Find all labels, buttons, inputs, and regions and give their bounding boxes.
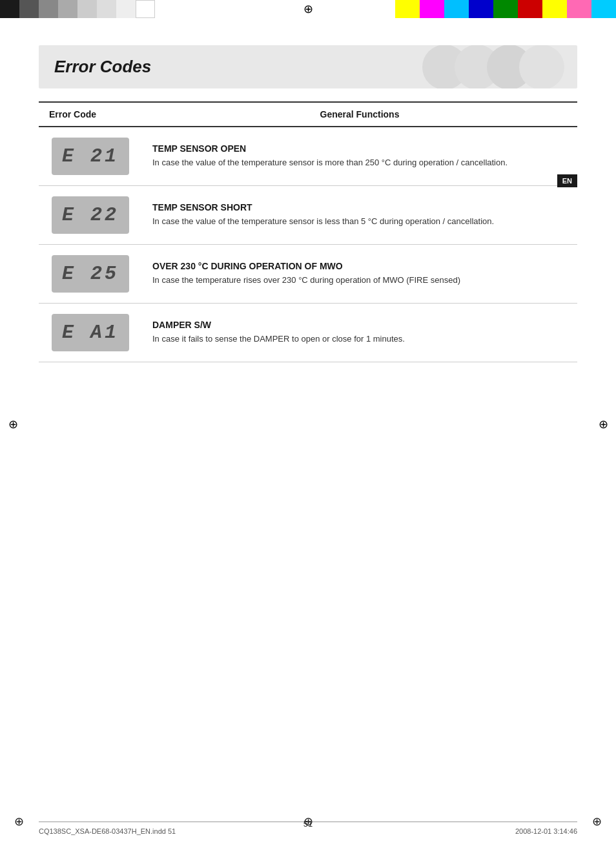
col-header-general-functions: General Functions [142, 102, 577, 127]
color-block-r7 [542, 0, 567, 18]
color-block-r1 [395, 0, 420, 18]
registration-mark-right: ⊕ [595, 417, 611, 432]
registration-mark-bottom-right: ⊕ [592, 814, 602, 829]
error-title-ea1: DAMPER S/W [152, 320, 567, 330]
error-codes-table: Error Code General Functions E 21 TEMP S… [39, 101, 577, 362]
error-title-e21: TEMP SENSOR OPEN [152, 143, 567, 154]
color-block-3 [39, 0, 58, 18]
footer-left: CQ138SC_XSA-DE68-03437H_EN.indd 51 [39, 827, 176, 835]
error-code-display-e25: E 25 [39, 245, 142, 304]
led-display-e25: E 25 [52, 255, 129, 293]
color-block-r2 [420, 0, 444, 18]
color-block-r3 [444, 0, 469, 18]
table-row: E 21 TEMP SENSOR OPEN In case the value … [39, 127, 577, 186]
color-block-4 [58, 0, 77, 18]
error-info-ea1: DAMPER S/W In case it fails to sense the… [142, 304, 577, 362]
page-title: Error Codes [54, 57, 562, 77]
error-desc-e22: In case the value of the temperature sen… [152, 215, 567, 228]
registration-mark-bottom: ⊕ [303, 814, 313, 829]
color-block-2 [19, 0, 39, 18]
color-block-5 [77, 0, 97, 18]
table-row: E 22 TEMP SENSOR SHORT In case the value… [39, 186, 577, 245]
color-block-7 [116, 0, 136, 18]
error-info-e25: OVER 230 °C DURING OPERATION OF MWO In c… [142, 245, 577, 304]
registration-mark-left: ⊕ [5, 417, 21, 432]
color-block-8 [136, 0, 155, 18]
error-code-display-e21: E 21 [39, 127, 142, 186]
color-block-r4 [469, 0, 493, 18]
table-row: E A1 DAMPER S/W In case it fails to sens… [39, 304, 577, 362]
led-display-e22: E 22 [52, 196, 129, 234]
error-title-e22: TEMP SENSOR SHORT [152, 202, 567, 212]
color-block-r9 [591, 0, 616, 18]
error-info-e22: TEMP SENSOR SHORT In case the value of t… [142, 186, 577, 245]
language-badge: EN [557, 174, 577, 187]
col-header-error-code: Error Code [39, 102, 142, 127]
error-desc-e25: In case the temperature rises over 230 °… [152, 274, 567, 287]
color-block-r6 [518, 0, 542, 18]
led-display-ea1: E A1 [52, 314, 129, 351]
error-info-e21: TEMP SENSOR OPEN In case the value of th… [142, 127, 577, 186]
led-display-e21: E 21 [52, 138, 129, 175]
color-block-r5 [493, 0, 518, 18]
error-title-e25: OVER 230 °C DURING OPERATION OF MWO [152, 261, 567, 271]
error-desc-e21: In case the value of the temperature sen… [152, 156, 567, 169]
color-block-1 [0, 0, 19, 18]
error-code-display-e22: E 22 [39, 186, 142, 245]
error-desc-ea1: In case it fails to sense the DAMPER to … [152, 333, 567, 346]
color-block-r8 [567, 0, 591, 18]
error-code-display-ea1: E A1 [39, 304, 142, 362]
table-row: E 25 OVER 230 °C DURING OPERATION OF MWO… [39, 245, 577, 304]
footer-right: 2008-12-01 3:14:46 [515, 827, 577, 835]
registration-mark-bottom-left: ⊕ [14, 814, 24, 829]
color-bar-gap [155, 0, 395, 18]
color-block-6 [97, 0, 116, 18]
page-header: Error Codes [39, 45, 577, 88]
